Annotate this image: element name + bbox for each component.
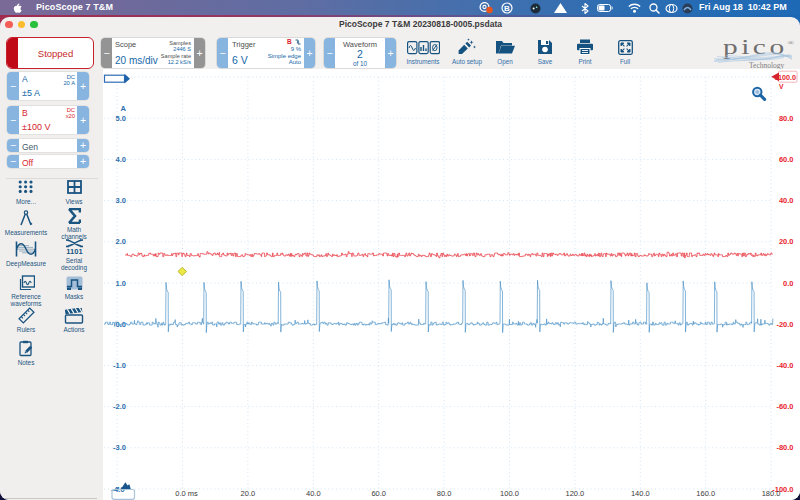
svg-text:5.0: 5.0 [116, 114, 126, 123]
svg-text:160.0: 160.0 [696, 489, 715, 498]
svg-text:-1.0: -1.0 [113, 361, 126, 370]
svg-text:0.0: 0.0 [783, 279, 793, 288]
svg-text:-60.0: -60.0 [776, 402, 793, 411]
svg-text:20.0: 20.0 [241, 489, 256, 498]
svg-text:100.0: 100.0 [778, 73, 796, 82]
svg-text:-20.0: -20.0 [776, 320, 793, 329]
svg-text:40.0: 40.0 [306, 489, 321, 498]
svg-text:1101: 1101 [66, 247, 82, 255]
svg-text:100.0: 100.0 [500, 489, 519, 498]
svg-text:180.0: 180.0 [762, 489, 781, 498]
svg-text:-2.0: -2.0 [113, 402, 126, 411]
svg-text:B: B [504, 4, 510, 13]
svg-text:80.0: 80.0 [437, 489, 452, 498]
svg-text:-40.0: -40.0 [776, 361, 793, 370]
svg-text:60.0: 60.0 [371, 489, 386, 498]
svg-text:1.0: 1.0 [116, 279, 126, 288]
svg-text:80.0: 80.0 [779, 114, 794, 123]
svg-text:120.0: 120.0 [566, 489, 585, 498]
svg-text:140.0: 140.0 [631, 489, 650, 498]
svg-text:40.0: 40.0 [779, 196, 794, 205]
svg-text:0.0 ms: 0.0 ms [175, 489, 198, 498]
svg-text:3.0: 3.0 [116, 196, 126, 205]
svg-text:20.0: 20.0 [779, 237, 794, 246]
svg-text:4.0: 4.0 [116, 155, 126, 164]
svg-text:A: A [121, 104, 127, 113]
svg-text:2.0: 2.0 [116, 237, 126, 246]
svg-text:-80.0: -80.0 [776, 443, 793, 452]
svg-text:60.0: 60.0 [779, 155, 794, 164]
svg-text:V: V [779, 83, 784, 90]
svg-text:-3.0: -3.0 [113, 443, 126, 452]
